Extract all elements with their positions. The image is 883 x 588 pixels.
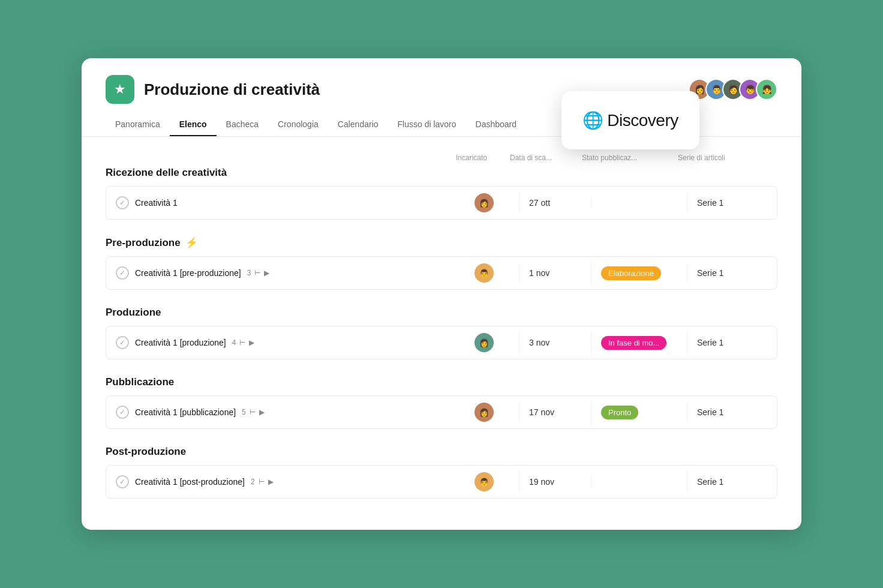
section-title-pubblicazione: Pubblicazione xyxy=(106,376,777,388)
app-icon: ★ xyxy=(106,75,134,104)
subtask-count: 5 xyxy=(242,408,246,416)
section-pre-produzione: Pre-produzione ⚡ ✓ Creatività 1 [pre-pro… xyxy=(106,236,777,290)
table-row[interactable]: ✓ Creatività 1 👩 27 ott Serie 1 xyxy=(106,186,777,220)
series-cell: Serie 1 xyxy=(687,333,777,352)
assignee-cell: 👨 xyxy=(465,259,519,287)
check-icon: ✓ xyxy=(116,406,129,419)
task-cell: ✓ Creatività 1 [pre-produzione] 3 ⊢ ▶ xyxy=(106,259,465,287)
status-badge: Elaborazione xyxy=(601,266,661,280)
discovery-logo: 🌐 Discovery xyxy=(582,110,678,130)
task-meta: 2 ⊢ ▶ xyxy=(251,478,274,486)
col-series: Serie di articoli xyxy=(678,154,768,162)
star-icon: ★ xyxy=(114,82,126,97)
col-status: Stato pubblicaz... xyxy=(582,154,678,162)
expand-icon[interactable]: ▶ xyxy=(249,338,254,347)
status-cell xyxy=(591,477,687,487)
task-name: Creatività 1 xyxy=(135,198,178,208)
section-pubblicazione: Pubblicazione ✓ Creatività 1 [pubblicazi… xyxy=(106,376,777,429)
subtask-icon: ⊢ xyxy=(239,338,245,347)
subtask-count: 2 xyxy=(251,478,255,486)
table-header: Incaricato Data di sca... Stato pubblica… xyxy=(106,151,777,164)
task-cell: ✓ Creatività 1 [produzione] 4 ⊢ ▶ xyxy=(106,329,465,356)
section-title-pre-produzione: Pre-produzione ⚡ xyxy=(106,236,777,249)
check-icon: ✓ xyxy=(116,336,129,349)
expand-icon[interactable]: ▶ xyxy=(264,269,269,277)
discovery-popup: 🌐 Discovery xyxy=(561,91,699,149)
table-row[interactable]: ✓ Creatività 1 [post-produzione] 2 ⊢ ▶ 👨… xyxy=(106,465,777,499)
tab-dashboard[interactable]: Dashboard xyxy=(466,113,527,136)
discovery-text: Discovery xyxy=(607,111,678,130)
tab-flusso[interactable]: Flusso di lavoro xyxy=(388,113,466,136)
avatar-face-5: 👧 xyxy=(757,80,776,99)
section-post-produzione: Post-produzione ✓ Creatività 1 [post-pro… xyxy=(106,446,777,499)
task-meta: 4 ⊢ ▶ xyxy=(232,338,255,347)
assignee-avatar: 👩 xyxy=(474,403,494,422)
assignee-avatar: 👩 xyxy=(474,193,494,212)
check-icon: ✓ xyxy=(116,475,129,488)
series-cell: Serie 1 xyxy=(687,263,777,283)
task-cell: ✓ Creatività 1 [pubblicazione] 5 ⊢ ▶ xyxy=(106,398,465,426)
assignee-avatar: 👨 xyxy=(474,472,494,491)
date-cell: 27 ott xyxy=(519,193,591,212)
expand-icon[interactable]: ▶ xyxy=(268,478,274,486)
task-meta: 5 ⊢ ▶ xyxy=(242,408,265,416)
series-cell: Serie 1 xyxy=(687,472,777,491)
assignee-cell: 👩 xyxy=(465,188,519,217)
subtask-count: 4 xyxy=(232,338,236,347)
check-icon: ✓ xyxy=(116,266,129,280)
section-produzione: Produzione ✓ Creatività 1 [produzione] 4… xyxy=(106,307,777,359)
date-cell: 3 nov xyxy=(519,333,591,352)
avatar-5: 👧 xyxy=(756,79,777,100)
status-cell: Pronto xyxy=(591,401,687,424)
check-icon: ✓ xyxy=(116,196,129,209)
task-name: Creatività 1 [pre-produzione] xyxy=(135,268,241,278)
date-cell: 17 nov xyxy=(519,403,591,422)
task-name: Creatività 1 [pubblicazione] xyxy=(135,407,236,417)
status-cell: In fase di mo... xyxy=(591,331,687,355)
assignee-cell: 👩 xyxy=(465,398,519,427)
series-cell: Serie 1 xyxy=(687,193,777,212)
col-task xyxy=(115,154,456,162)
task-cell: ✓ Creatività 1 xyxy=(106,189,465,217)
series-cell: Serie 1 xyxy=(687,403,777,422)
col-assignee: Incaricato xyxy=(456,154,510,162)
tab-cronologia[interactable]: Cronologia xyxy=(268,113,328,136)
tab-elenco[interactable]: Elenco xyxy=(170,113,217,136)
assignee-cell: 👨 xyxy=(465,467,519,496)
tab-bacheca[interactable]: Bacheca xyxy=(217,113,268,136)
subtask-icon: ⊢ xyxy=(259,478,265,486)
subtask-icon: ⊢ xyxy=(254,269,260,277)
subtask-count: 3 xyxy=(247,269,251,277)
assignee-avatar: 👨 xyxy=(474,263,494,283)
expand-icon[interactable]: ▶ xyxy=(259,408,265,416)
subtask-icon: ⊢ xyxy=(250,408,256,416)
status-badge: Pronto xyxy=(601,406,638,419)
discovery-globe-icon: 🌐 xyxy=(582,110,603,130)
date-cell: 19 nov xyxy=(519,472,591,491)
task-name: Creatività 1 [produzione] xyxy=(135,338,226,347)
section-title-post-produzione: Post-produzione xyxy=(106,446,777,458)
status-badge: In fase di mo... xyxy=(601,336,666,350)
avatar-group: 👩 👨 🧑 👦 👧 xyxy=(689,79,777,100)
assignee-avatar: 👩 xyxy=(474,333,494,352)
main-window: 🌐 Discovery ★ Produzione di creatività 👩… xyxy=(82,58,801,530)
col-date: Data di sca... xyxy=(510,154,582,162)
task-meta: 3 ⊢ ▶ xyxy=(247,269,270,277)
nav-tabs: Panoramica Elenco Bacheca Cronologia Cal… xyxy=(106,113,526,136)
date-cell: 1 nov xyxy=(519,263,591,283)
status-cell xyxy=(591,198,687,208)
task-cell: ✓ Creatività 1 [post-produzione] 2 ⊢ ▶ xyxy=(106,468,465,496)
tab-calendario[interactable]: Calendario xyxy=(328,113,388,136)
section-title-produzione: Produzione xyxy=(106,307,777,319)
task-name: Creatività 1 [post-produzione] xyxy=(135,477,245,487)
section-title-ricezione: Ricezione delle creatività xyxy=(106,167,777,179)
tab-panoramica[interactable]: Panoramica xyxy=(106,113,170,136)
content: Incaricato Data di sca... Stato pubblica… xyxy=(82,137,801,530)
table-row[interactable]: ✓ Creatività 1 [produzione] 4 ⊢ ▶ 👩 3 no… xyxy=(106,326,777,359)
table-row[interactable]: ✓ Creatività 1 [pubblicazione] 5 ⊢ ▶ 👩 1… xyxy=(106,395,777,429)
lightning-icon: ⚡ xyxy=(185,236,198,249)
section-ricezione: Ricezione delle creatività ✓ Creatività … xyxy=(106,167,777,220)
header-left: ★ Produzione di creatività xyxy=(106,75,320,104)
table-row[interactable]: ✓ Creatività 1 [pre-produzione] 3 ⊢ ▶ 👨 … xyxy=(106,256,777,290)
assignee-cell: 👩 xyxy=(465,328,519,357)
